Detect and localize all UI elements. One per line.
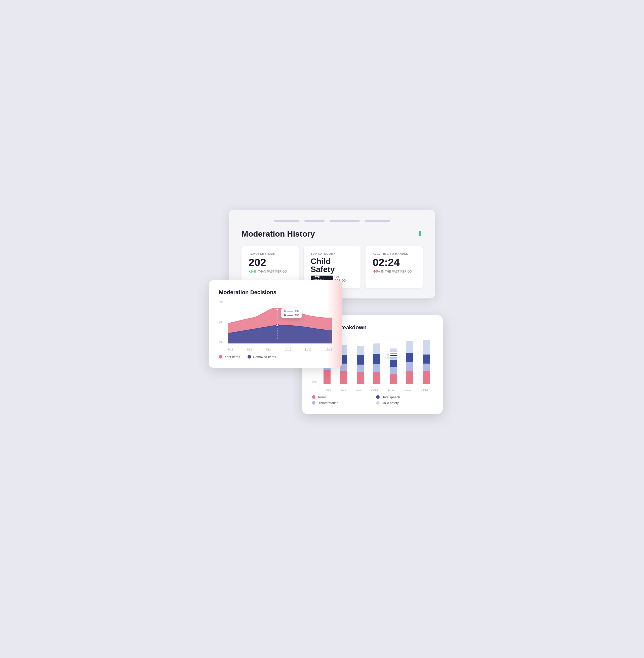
drag-circle xyxy=(386,354,389,356)
bar-terror-1012 xyxy=(373,372,381,384)
nav-tab-4[interactable] xyxy=(365,220,390,222)
legend-disinfo: Disinformation xyxy=(312,401,369,405)
bar-stack-912 xyxy=(357,346,364,384)
nav-tab-2[interactable] xyxy=(304,220,324,222)
tooltip-dot-blue xyxy=(284,314,286,316)
vx-712: 7/12 xyxy=(325,388,331,391)
bar-disinfo-1112 xyxy=(390,367,397,374)
legend-removed: Removed Items xyxy=(248,355,276,359)
bar-hate-1312 xyxy=(423,354,430,363)
history-title: Moderation History xyxy=(242,229,315,239)
bar-hate-1212 xyxy=(406,353,413,362)
decisions-x-labels: 7/12 8/12 9/12 10/12 11/12 12/12 xyxy=(228,348,332,351)
legend-dot-terror xyxy=(312,395,316,399)
decisions-y-labels: 300 200 100 xyxy=(219,301,223,344)
bar-terror-1112 xyxy=(390,374,397,384)
removed-items-sub: +24% THAN PAST PERIOD xyxy=(249,270,292,273)
vx-1312: 13/12 xyxy=(421,388,428,391)
avg-time-negative: -10% xyxy=(372,270,380,273)
bar-child-1312 xyxy=(423,340,430,354)
y-label-200: 200 xyxy=(219,321,223,324)
card-decisions: Moderation Decisions 300 200 100 xyxy=(209,280,342,368)
tooltip-dot-pink xyxy=(284,310,286,312)
vx-812: 8/12 xyxy=(341,388,346,391)
bar-terror-812 xyxy=(340,371,347,384)
bar-child-1212 xyxy=(406,341,413,353)
scene: Moderation History ⬇ REMOVED ITEMS 202 +… xyxy=(209,210,435,449)
bar-hate-1012 xyxy=(373,354,381,364)
svg-point-6 xyxy=(276,324,279,327)
x-label-912: 9/12 xyxy=(266,348,271,351)
legend-hate-speech: Hate speech xyxy=(376,395,433,399)
x-label-1212: 12/12 xyxy=(325,348,332,351)
decisions-tooltip: 234 156 xyxy=(281,308,302,318)
removed-items-positive: +24% xyxy=(249,270,256,273)
nav-tab-3[interactable] xyxy=(329,220,360,222)
y-label-100: 100 xyxy=(219,340,223,344)
bar-group-1312 xyxy=(420,336,433,384)
bar-group-1212 xyxy=(404,336,416,384)
avg-time-value: 02:24 xyxy=(372,257,416,268)
top-category-label: TOP CATEGORY xyxy=(311,252,354,255)
tooltip-line-blue xyxy=(287,315,293,315)
tooltip-value-2: 156 xyxy=(295,314,299,317)
removed-items-label: REMOVED ITEMS xyxy=(249,252,292,255)
drag-line-2 xyxy=(390,355,397,356)
download-icon[interactable]: ⬇ xyxy=(417,230,423,238)
tooltip-line-pink xyxy=(287,311,293,311)
y-label-300: 300 xyxy=(219,301,223,304)
bar-terror-712 xyxy=(323,370,330,384)
bar-group-1012 xyxy=(371,336,383,384)
legend-child-safety: Child safety xyxy=(376,401,433,405)
violation-legend: Terror Hate speech Disinformation Child … xyxy=(312,395,433,405)
decisions-chart: 300 200 100 xyxy=(219,301,332,351)
x-label-1112: 11/12 xyxy=(305,348,312,351)
vx-1112: 11/12 xyxy=(388,388,395,391)
x-label-812: 8/12 xyxy=(247,348,252,351)
tooltip-value-1: 234 xyxy=(295,310,299,313)
decisions-svg-wrap: 234 156 xyxy=(228,301,332,344)
legend-dot-disinfo xyxy=(312,401,316,404)
x-label-1012: 10/12 xyxy=(284,348,291,351)
removed-items-value: 202 xyxy=(249,257,292,268)
drag-handle[interactable] xyxy=(384,352,400,357)
avg-time-label: AVG. TIME TO HANDLE xyxy=(372,252,416,255)
removed-items-sub-text: THAN PAST PERIOD xyxy=(258,270,287,273)
v-y-100: 100 xyxy=(312,381,317,384)
bar-terror-1212 xyxy=(406,371,413,384)
tooltip-row-2: 156 xyxy=(284,314,299,317)
bar-child-912 xyxy=(357,346,364,355)
legend-dot-hate xyxy=(376,395,380,399)
nav-tab-1[interactable] xyxy=(274,220,299,222)
bar-disinfo-1212 xyxy=(406,362,413,371)
vx-1012: 10/12 xyxy=(371,388,378,391)
violation-x-labels: 7/12 8/12 9/12 10/12 11/12 12/12 13/12 xyxy=(321,388,433,391)
bar-stack-1212 xyxy=(406,341,413,384)
card-history-header: Moderation History ⬇ xyxy=(242,229,423,239)
legend-terror-label: Terror xyxy=(318,395,326,399)
drag-line-1 xyxy=(390,354,397,354)
legend-terror: Terror xyxy=(312,395,369,399)
bar-disinfo-1312 xyxy=(423,363,430,371)
legend-hate-label: Hate speech xyxy=(382,395,400,399)
bar-stack-1312 xyxy=(423,340,430,384)
bar-hate-1112 xyxy=(390,360,397,367)
drag-lines xyxy=(390,354,397,356)
svg-point-5 xyxy=(276,308,279,311)
bar-disinfo-912 xyxy=(357,365,364,372)
bar-stack-1012 xyxy=(373,344,381,384)
legend-dot-blue xyxy=(248,355,251,358)
legend-kept: Kept Items xyxy=(219,355,240,359)
decisions-legend: Kept Items Removed Items xyxy=(219,355,332,359)
avg-time-sub-text: IN THE PAST PERIOD xyxy=(381,270,412,273)
legend-dot-child xyxy=(376,401,380,404)
bar-terror-1312 xyxy=(423,371,430,384)
legend-child-label: Child safety xyxy=(382,401,399,405)
x-label-712: 7/12 xyxy=(228,348,233,351)
legend-dot-pink xyxy=(219,355,222,358)
bar-disinfo-1012 xyxy=(373,364,381,372)
avg-time-sub: -10% IN THE PAST PERIOD xyxy=(372,270,416,273)
bar-terror-912 xyxy=(357,372,364,384)
stat-avg-time: AVG. TIME TO HANDLE 02:24 -10% IN THE PA… xyxy=(366,246,423,288)
nav-tabs-mock xyxy=(242,220,423,222)
